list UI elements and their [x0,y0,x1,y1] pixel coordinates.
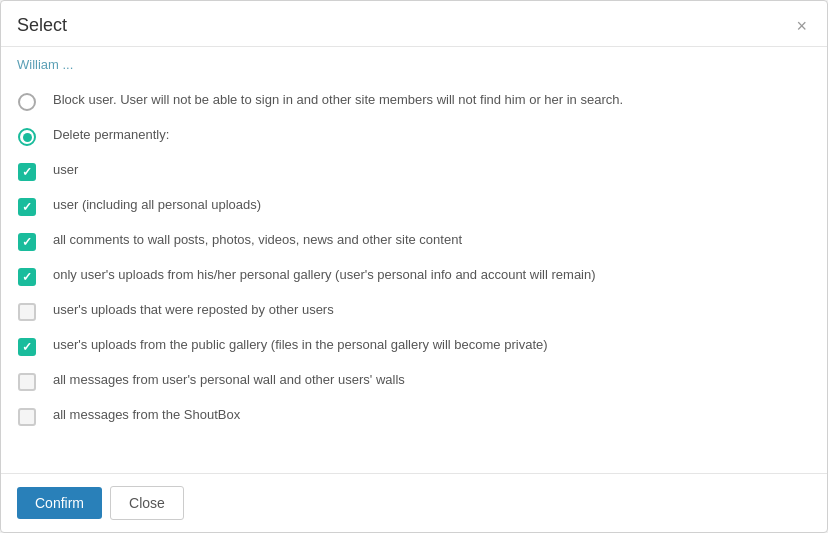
checkbox-unchecked-icon[interactable] [18,373,36,391]
modal-title: Select [17,15,67,36]
modal-body: William ... Block user. User will not be… [1,47,827,473]
option-text: user [53,161,78,179]
close-button[interactable]: Close [110,486,184,520]
list-item[interactable]: Delete permanently: [17,119,811,154]
list-item[interactable]: ✓user's uploads from the public gallery … [17,329,811,364]
option-text: only user's uploads from his/her persona… [53,266,596,284]
option-text: all messages from the ShoutBox [53,406,240,424]
radio-checked-icon[interactable] [18,128,36,146]
option-text: all messages from user's personal wall a… [53,371,405,389]
options-list: Block user. User will not be able to sig… [17,84,811,434]
modal-close-x-button[interactable]: × [792,17,811,35]
option-text: user's uploads that were reposted by oth… [53,301,334,319]
option-text: all comments to wall posts, photos, vide… [53,231,462,249]
list-item[interactable]: ✓user [17,154,811,189]
list-item[interactable]: all messages from user's personal wall a… [17,364,811,399]
checkbox-checked-icon[interactable]: ✓ [18,198,36,216]
checkbox-unchecked-icon[interactable] [18,303,36,321]
option-text: user's uploads from the public gallery (… [53,336,548,354]
list-item[interactable]: ✓user (including all personal uploads) [17,189,811,224]
modal-footer: Confirm Close [1,473,827,532]
checkbox-checked-icon[interactable]: ✓ [18,163,36,181]
option-text: user (including all personal uploads) [53,196,261,214]
modal-header: Select × [1,1,827,47]
list-item[interactable]: all messages from the ShoutBox [17,399,811,434]
checkbox-checked-icon[interactable]: ✓ [18,338,36,356]
option-text: Block user. User will not be able to sig… [53,91,623,109]
confirm-button[interactable]: Confirm [17,487,102,519]
user-label: William ... [17,57,811,72]
list-item[interactable]: Block user. User will not be able to sig… [17,84,811,119]
checkbox-unchecked-icon[interactable] [18,408,36,426]
option-text: Delete permanently: [53,126,169,144]
checkbox-checked-icon[interactable]: ✓ [18,233,36,251]
modal-dialog: Select × William ... Block user. User wi… [0,0,828,533]
list-item[interactable]: ✓all comments to wall posts, photos, vid… [17,224,811,259]
list-item[interactable]: ✓only user's uploads from his/her person… [17,259,811,294]
list-item[interactable]: user's uploads that were reposted by oth… [17,294,811,329]
checkbox-checked-icon[interactable]: ✓ [18,268,36,286]
radio-unchecked-icon[interactable] [18,93,36,111]
